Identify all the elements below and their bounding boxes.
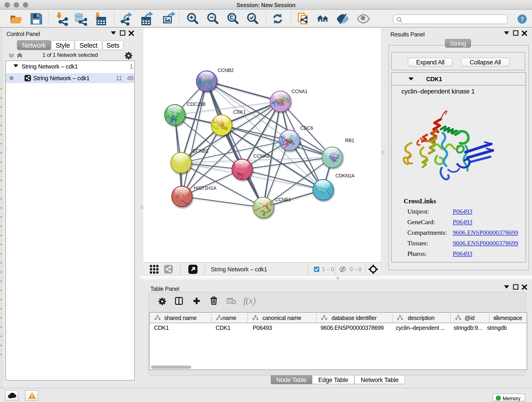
svg-text:CCNA2: CCNA2 bbox=[253, 153, 269, 159]
svg-text:CDC6: CDC6 bbox=[300, 125, 313, 131]
svg-text:CDKN1A: CDKN1A bbox=[336, 173, 355, 178]
svg-text:CDC25B: CDC25B bbox=[187, 102, 206, 107]
svg-text:CDK1: CDK1 bbox=[233, 109, 246, 115]
svg-text:CCNB1: CCNB1 bbox=[192, 148, 209, 153]
svg-text:?: ? bbox=[520, 15, 524, 23]
svg-text:CCNA1: CCNA1 bbox=[291, 89, 307, 94]
svg-text:HIST1H1A: HIST1H1A bbox=[194, 185, 216, 191]
svg-text:RB1: RB1 bbox=[345, 138, 354, 143]
svg-text:CCNB2: CCNB2 bbox=[218, 68, 234, 73]
svg-text:CCNE1: CCNE1 bbox=[275, 197, 291, 202]
